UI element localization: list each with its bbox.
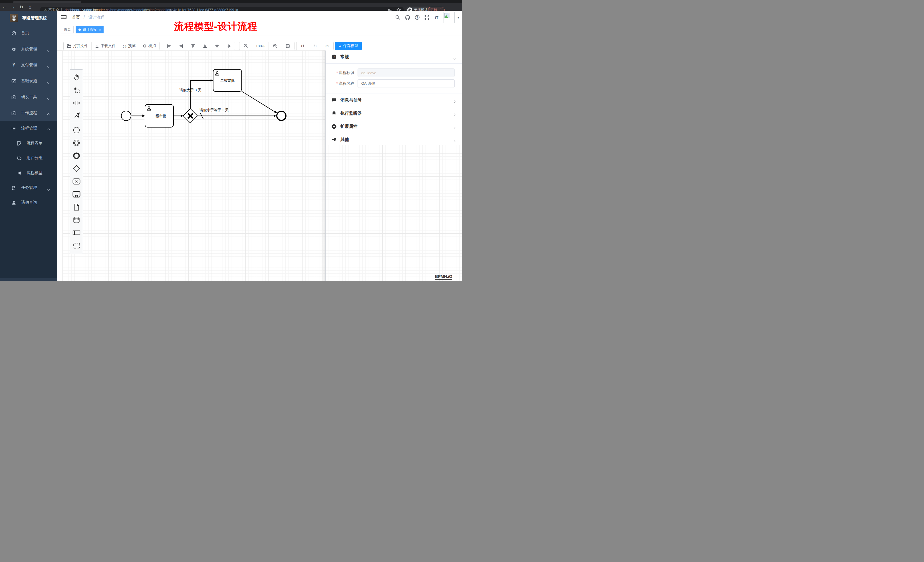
- dashboard-icon: [11, 31, 16, 36]
- home-icon[interactable]: ⌂: [26, 3, 34, 11]
- section-title: 常规: [340, 54, 349, 60]
- align-left-icon[interactable]: [163, 42, 175, 50]
- redo-icon[interactable]: ↻: [309, 42, 321, 50]
- browser-active-tab[interactable]: [13, 1, 81, 3]
- restart-icon[interactable]: ⟳: [321, 42, 333, 50]
- section-title: 扩展属性: [340, 124, 357, 129]
- chevron-up-icon: [47, 129, 50, 132]
- sidebar-item-label: 基础设施: [21, 78, 37, 84]
- font-size-label: tT: [435, 15, 438, 20]
- fullscreen-icon[interactable]: [422, 11, 432, 24]
- process-key-input[interactable]: [357, 69, 454, 77]
- close-icon[interactable]: ×: [99, 28, 101, 31]
- section-other[interactable]: 其他: [326, 133, 462, 146]
- sidebar-item-label: 请假查询: [21, 200, 37, 205]
- save-model-button[interactable]: + 保存模型: [335, 42, 362, 50]
- sidebar-item-task-mgmt[interactable]: 任务管理: [0, 180, 57, 195]
- app-header: 首页 / 设计流程 ? tT: [57, 11, 462, 24]
- app-title: 芋道管理系统: [22, 15, 47, 21]
- toolbox-icon: [11, 95, 16, 100]
- chevron-down-icon: [47, 188, 50, 191]
- font-size-icon[interactable]: tT: [432, 11, 441, 24]
- sidebar-item-system[interactable]: 系统管理: [0, 41, 57, 57]
- download-file-button[interactable]: 下载文件: [92, 42, 119, 50]
- section-general[interactable]: i 常规: [326, 51, 462, 64]
- fit-viewport-icon[interactable]: [281, 42, 294, 50]
- flow-condition-label[interactable]: 请假小于等于 1 天: [194, 108, 234, 113]
- align-right-icon[interactable]: [175, 42, 187, 50]
- breadcrumb-current: 设计流程: [88, 15, 105, 19]
- zoom-in-icon[interactable]: [268, 42, 281, 50]
- browser-tab-strip: [0, 0, 462, 3]
- button-label: 预览: [128, 43, 135, 48]
- workflow-submenu: 流程管理 流程表单 用户分组 流程模型: [0, 121, 57, 278]
- history-button-group: ↺ ↻ ⟳: [296, 42, 334, 50]
- task-label[interactable]: 二级审批: [213, 78, 242, 83]
- org-tree-icon: [11, 186, 16, 190]
- plus-circle-icon: [332, 124, 336, 129]
- align-horizontal-center-icon[interactable]: [223, 42, 235, 50]
- section-title: 其他: [340, 137, 349, 142]
- chevron-up-icon: [47, 113, 50, 116]
- logo-avatar: 🐰: [10, 14, 18, 22]
- simulate-button[interactable]: 模拟: [139, 42, 159, 50]
- sidebar-item-user-group[interactable]: 用户分组: [0, 151, 57, 165]
- section-title: 执行监听器: [340, 111, 362, 116]
- sidebar-item-leave-query[interactable]: 请假查询: [0, 195, 57, 210]
- sidebar-item-process-mgmt[interactable]: 流程管理: [0, 121, 57, 136]
- monitor-icon: [11, 79, 16, 84]
- sidebar-item-process-model[interactable]: 流程模型: [0, 165, 57, 180]
- robot-icon: [17, 156, 22, 160]
- undo-icon[interactable]: ↺: [297, 42, 309, 50]
- breadcrumb-home[interactable]: 首页: [72, 15, 80, 19]
- github-icon[interactable]: [403, 11, 412, 24]
- section-execution-listener[interactable]: 执行监听器: [326, 107, 462, 120]
- align-bottom-icon[interactable]: [199, 42, 211, 50]
- forward-icon[interactable]: →: [9, 3, 17, 11]
- field-label: *流程标识: [326, 70, 357, 75]
- task-label[interactable]: 一级审批: [145, 114, 174, 119]
- sidebar-item-label: 系统管理: [21, 46, 37, 52]
- open-file-button[interactable]: 打开文件: [64, 42, 92, 50]
- tag-design-process[interactable]: 设计流程 ×: [76, 26, 104, 33]
- zoom-level: 100%: [252, 42, 268, 50]
- chevron-right-icon: [453, 139, 456, 142]
- sidebar-item-process-form[interactable]: 流程表单: [0, 136, 57, 151]
- chevron-down-icon: [453, 57, 456, 60]
- logo-row[interactable]: 🐰 芋道管理系统: [0, 11, 57, 25]
- yen-icon: ¥: [11, 63, 16, 67]
- process-name-input[interactable]: [357, 79, 454, 88]
- bell-icon: [332, 111, 336, 116]
- tag-home[interactable]: 首页: [61, 26, 74, 33]
- flow-condition-label[interactable]: 请假大于 3 天: [170, 88, 210, 93]
- section-extended-attributes[interactable]: 扩展属性: [326, 120, 462, 133]
- section-message-signal[interactable]: 消息与信号: [326, 94, 462, 107]
- active-dot: [78, 28, 81, 31]
- zoom-out-icon[interactable]: [239, 42, 252, 50]
- align-vertical-center-icon[interactable]: [211, 42, 223, 50]
- preview-button[interactable]: ◎ 预览: [119, 42, 139, 50]
- sidebar-item-label: 流程管理: [21, 126, 37, 131]
- tag-label: 设计流程: [83, 27, 96, 32]
- start-event[interactable]: [121, 111, 131, 121]
- section-title: 消息与信号: [340, 97, 362, 103]
- send-icon: [332, 137, 336, 142]
- collapse-sidebar-icon[interactable]: [61, 15, 67, 21]
- sidebar-item-payment[interactable]: ¥ 支付管理: [0, 57, 57, 73]
- avatar[interactable]: [443, 12, 454, 23]
- reload-icon[interactable]: ↻: [17, 3, 26, 11]
- message-icon: [332, 98, 336, 103]
- back-icon[interactable]: ←: [0, 3, 9, 11]
- avatar-caret-icon[interactable]: ▼: [457, 16, 460, 19]
- end-event[interactable]: [277, 111, 286, 120]
- help-icon[interactable]: ?: [412, 11, 422, 24]
- user-icon: [11, 200, 16, 205]
- sidebar-item-devtools[interactable]: 研发工具: [0, 89, 57, 105]
- sidebar-item-label: 流程表单: [27, 141, 42, 146]
- sidebar-item-home[interactable]: 首页: [0, 25, 57, 41]
- bpmn-io-watermark[interactable]: BPMN.iO: [435, 274, 452, 280]
- search-icon[interactable]: [393, 11, 403, 24]
- align-top-icon[interactable]: [187, 42, 199, 50]
- sidebar-item-workflow[interactable]: 工作流程: [0, 105, 57, 121]
- sidebar-item-infra[interactable]: 基础设施: [0, 73, 57, 89]
